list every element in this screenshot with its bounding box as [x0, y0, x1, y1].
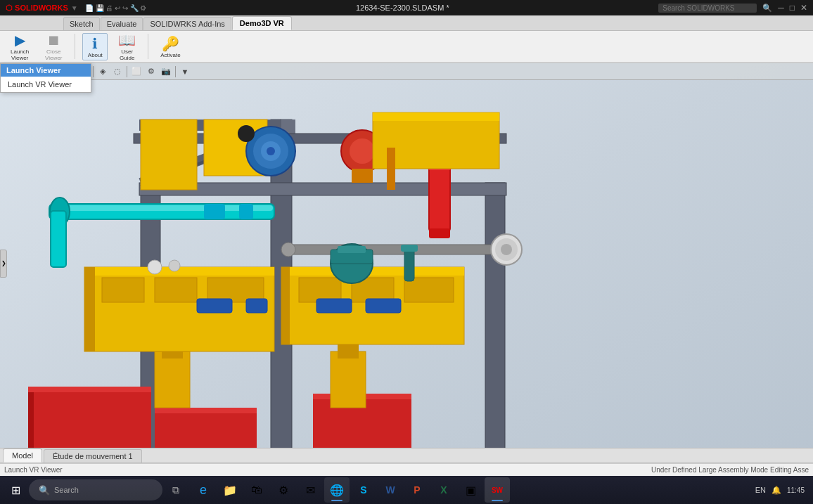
svg-rect-60: [373, 112, 499, 121]
chrome-app[interactable]: 🌐: [324, 477, 350, 503]
svg-point-57: [238, 125, 255, 142]
window-title: 12634-SE-2300.SLDASM *: [146, 4, 658, 12]
store-app[interactable]: 🛍: [244, 477, 269, 503]
svg-rect-66: [246, 299, 267, 313]
svg-rect-24: [84, 267, 95, 351]
status-left-text: Launch VR Viewer: [4, 466, 63, 474]
ribbon-separator: [75, 34, 75, 59]
launch-vr-viewer-item[interactable]: Launch VR Viewer: [1, 77, 91, 92]
svg-rect-62: [387, 148, 395, 190]
more-view-button[interactable]: ▼: [178, 65, 192, 79]
user-guide-icon: 📖: [118, 32, 136, 49]
solidworks-app[interactable]: SW: [485, 477, 510, 503]
ribbon-content: ▶ Launch Viewer ⏹ Close Viewer ℹ About 📖…: [0, 31, 813, 63]
svg-rect-25: [102, 278, 144, 302]
activate-icon: 🔑: [162, 35, 179, 52]
tab-sketch[interactable]: Sketch: [63, 17, 100, 30]
svg-rect-38: [288, 245, 506, 254]
solidworks-logo: ⬡ SOLIDWORKS: [6, 4, 68, 13]
svg-rect-61: [352, 169, 373, 183]
excel-app[interactable]: X: [431, 477, 456, 503]
tab-evaluate[interactable]: Evaluate: [101, 17, 143, 30]
bottom-tabs: Model Étude de mouvement 1: [0, 448, 813, 463]
task-view-button[interactable]: ⧉: [163, 477, 188, 503]
hide-show-button[interactable]: ◌: [110, 65, 124, 79]
ribbon-tab-row: Sketch Evaluate SOLIDWRKS Add-Ins Demo3D…: [0, 15, 813, 31]
view-settings-button[interactable]: ⚙: [144, 65, 158, 79]
clock: 11:45: [787, 486, 805, 494]
about-button[interactable]: ℹ About: [82, 33, 108, 60]
svg-rect-72: [169, 260, 180, 271]
svg-rect-63: [204, 204, 225, 219]
launch-viewer-button[interactable]: ▶ Launch Viewer: [6, 30, 34, 63]
search-icon: 🔍: [39, 485, 50, 496]
search-input[interactable]: [658, 4, 757, 13]
title-bar: ⬡ SOLIDWORKS ▼ 📄 💾 🖨 ↩ ↪ 🔧 ⚙ 12634-SE-23…: [0, 0, 813, 15]
svg-rect-21: [338, 344, 359, 358]
launch-viewer-popup: Launch Viewer Launch VR Viewer: [0, 63, 91, 93]
system-tray: EN 🔔 11:45: [755, 486, 810, 495]
viewport: ⤢ 🔍 🔍 ⊡ ◀ ▶ ◈ ◌ ⬜ ⚙ 📷 ▼ ❯: [0, 63, 813, 463]
svg-rect-65: [197, 299, 232, 313]
word-app[interactable]: W: [378, 477, 403, 503]
app6-button[interactable]: ⚙: [271, 477, 296, 503]
svg-rect-18: [155, 351, 190, 408]
windows-taskbar: ⊞ 🔍 Search ⧉ e 📁 🛍 ⚙ ✉ 🌐 S W P X ▣ SW EN: [0, 476, 813, 504]
launch-viewer-icon: ▶: [15, 32, 25, 49]
skype-app[interactable]: S: [351, 477, 376, 503]
svg-rect-37: [51, 211, 66, 267]
taskbar-search[interactable]: 🔍 Search: [29, 479, 162, 500]
svg-rect-26: [155, 278, 197, 302]
motion-study-tab[interactable]: Étude de mouvement 1: [44, 449, 142, 463]
machine-viewport[interactable]: X Y: [0, 63, 813, 463]
popup-header: Launch Viewer: [1, 64, 91, 77]
model-tab[interactable]: Model: [3, 448, 42, 463]
status-bar: Launch VR Viewer Under Defined Large Ass…: [0, 463, 813, 476]
svg-rect-46: [429, 162, 450, 232]
svg-rect-15: [155, 408, 257, 413]
powerpoint-app[interactable]: P: [404, 477, 430, 503]
svg-rect-49: [141, 119, 197, 190]
svg-rect-71: [148, 260, 162, 274]
start-button[interactable]: ⊞: [3, 477, 28, 503]
app13-button[interactable]: ▣: [458, 477, 483, 503]
display-style-button[interactable]: ◈: [96, 65, 110, 79]
user-guide-button[interactable]: 📖 User Guide: [113, 30, 141, 63]
camera-button[interactable]: 📷: [159, 65, 173, 79]
explorer-app[interactable]: 📁: [217, 477, 243, 503]
tab-demo3d[interactable]: Demo3D VR: [232, 16, 292, 30]
tab-addins[interactable]: SOLIDWRKS Add-Ins: [143, 17, 231, 30]
search-label: Search: [54, 486, 79, 494]
section-view-button[interactable]: ⬜: [129, 65, 143, 79]
about-icon: ℹ: [92, 35, 98, 52]
svg-rect-12: [28, 387, 151, 392]
minimize-button[interactable]: ─: [778, 3, 784, 13]
vp-separator-2: [127, 66, 127, 77]
maximize-button[interactable]: □: [790, 3, 795, 13]
svg-point-42: [281, 243, 295, 257]
svg-point-54: [267, 147, 275, 155]
svg-rect-48: [429, 228, 450, 238]
left-panel-toggle[interactable]: ❯: [0, 250, 7, 278]
svg-rect-45: [338, 246, 366, 253]
language-indicator: EN: [755, 486, 766, 494]
svg-rect-68: [366, 299, 401, 313]
close-button[interactable]: ✕: [800, 3, 807, 13]
close-viewer-button[interactable]: ⏹ Close Viewer: [39, 30, 68, 63]
activate-button[interactable]: 🔑 Activate: [155, 33, 185, 60]
svg-point-41: [501, 244, 512, 255]
svg-rect-20: [331, 351, 366, 408]
edge-app[interactable]: e: [191, 477, 216, 503]
mail-app[interactable]: ✉: [297, 477, 323, 503]
viewport-toolbar: ⤢ 🔍 🔍 ⊡ ◀ ▶ ◈ ◌ ⬜ ⚙ 📷 ▼: [0, 63, 813, 80]
svg-rect-67: [316, 299, 352, 313]
vp-separator-1: [93, 66, 94, 77]
vp-separator-3: [175, 66, 176, 77]
close-viewer-icon: ⏹: [46, 32, 60, 49]
svg-rect-64: [239, 204, 253, 219]
notification-area: 🔔: [772, 486, 781, 495]
svg-rect-1: [485, 183, 505, 463]
status-right-text: Under Defined Large Assembly Mode Editin…: [651, 466, 809, 474]
svg-point-56: [350, 138, 375, 164]
taskbar-apps: e 📁 🛍 ⚙ ✉ 🌐 S W P X ▣ SW: [191, 477, 510, 503]
